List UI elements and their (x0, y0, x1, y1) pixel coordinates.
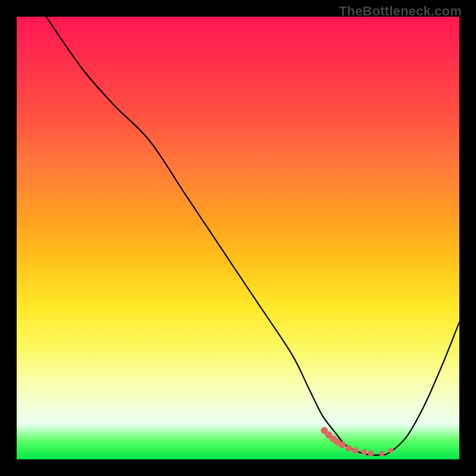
minimum-marker (368, 450, 374, 456)
minimum-marker (361, 449, 367, 455)
minimum-marker (388, 448, 393, 453)
minimum-markers (321, 427, 393, 457)
plot-area (17, 17, 459, 459)
chart-container: TheBottleneck.com (0, 0, 476, 476)
bottleneck-curve (17, 17, 459, 459)
curve-path (17, 17, 459, 455)
minimum-marker (379, 451, 384, 456)
minimum-marker (339, 441, 346, 448)
minimum-marker (352, 447, 359, 454)
minimum-marker (346, 445, 352, 452)
